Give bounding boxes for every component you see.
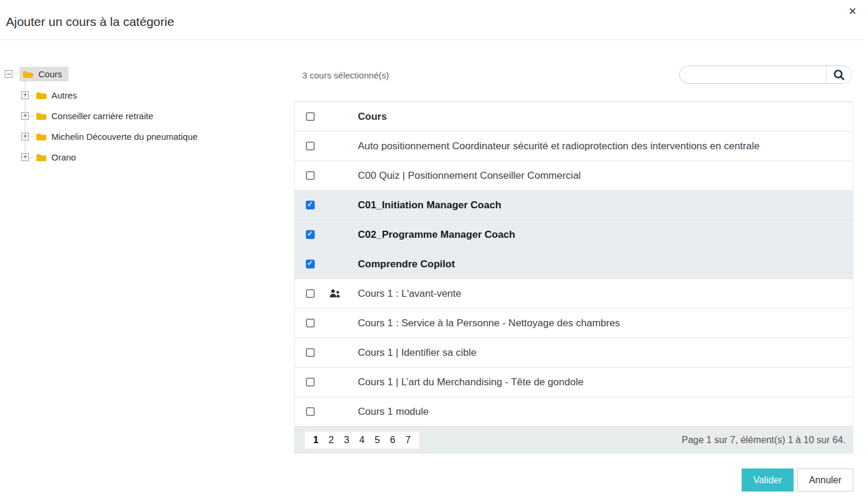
expand-icon[interactable]: +: [21, 91, 29, 99]
folder-icon: [36, 112, 47, 120]
folder-icon: [36, 153, 47, 162]
row-checkbox[interactable]: [306, 201, 315, 209]
tree-item[interactable]: + Michelin Découverte du pneumatique: [21, 126, 198, 147]
table-row[interactable]: C01_Initiation Manager Coach: [295, 191, 853, 220]
row-checkbox[interactable]: [306, 171, 315, 180]
close-icon[interactable]: ✕: [849, 5, 857, 18]
users-icon: [329, 289, 342, 299]
table-row[interactable]: Auto positionnement Coordinateur sécurit…: [295, 132, 853, 161]
page-number[interactable]: 2: [324, 435, 339, 445]
folder-open-icon: [22, 70, 34, 79]
pagination-summary: Page 1 sur 7, élément(s) 1 à 10 sur 64.: [682, 435, 846, 445]
table-row[interactable]: C00 Quiz | Positionnement Conseiller Com…: [295, 161, 853, 191]
page-number[interactable]: 6: [385, 435, 400, 445]
tree-item[interactable]: + Orano: [21, 147, 198, 168]
row-checkbox[interactable]: [306, 230, 315, 239]
row-label: Cours 1 | L’art du Merchandising - Tête …: [358, 376, 853, 388]
row-label: C02_Programme Manager Coach: [358, 229, 853, 241]
tree-item-label: Conseiller carrière retraite: [51, 111, 154, 121]
course-table: Cours Auto positionnement Coordinateur s…: [294, 101, 853, 454]
tree-children: + Autres + Conseiller carrière retraite …: [21, 85, 198, 168]
row-checkbox[interactable]: [306, 319, 315, 327]
row-label: C01_Initiation Manager Coach: [358, 199, 853, 211]
search-button[interactable]: [827, 66, 851, 83]
tree-item[interactable]: + Autres: [21, 85, 198, 106]
add-course-modal: Ajouter un cours à la catégorie ✕ − Cour…: [0, 0, 868, 498]
validate-button[interactable]: Valider: [742, 468, 794, 492]
tree-item-label: Michelin Découverte du pneumatique: [51, 132, 198, 142]
row-checkbox[interactable]: [306, 260, 315, 268]
tree-connector: [30, 95, 34, 96]
collapse-icon[interactable]: −: [5, 70, 12, 78]
page-number[interactable]: 3: [339, 435, 354, 445]
tree-item[interactable]: + Conseiller carrière retraite: [21, 106, 198, 126]
table-row[interactable]: Comprendre Copilot: [295, 250, 853, 279]
table-row[interactable]: Cours 1 module: [295, 397, 853, 427]
tree-connector: [14, 74, 18, 74]
tree-item-label: Orano: [51, 152, 76, 162]
expand-icon[interactable]: +: [21, 153, 29, 161]
select-all-checkbox[interactable]: [306, 112, 315, 121]
row-label: Cours 1 module: [358, 406, 853, 418]
tree-connector: [30, 157, 34, 158]
category-tree: − Cours + Autres + Conseiller carrière r…: [5, 65, 198, 168]
table-header-label: Cours: [358, 111, 853, 123]
row-label: Auto positionnement Coordinateur sécurit…: [358, 140, 853, 152]
divider: [0, 40, 864, 40]
tree-item-label: Cours: [38, 69, 62, 79]
page-number[interactable]: 1: [308, 435, 324, 445]
tree-connector: [30, 116, 34, 116]
tree-root-cours[interactable]: − Cours: [5, 65, 198, 83]
expand-icon[interactable]: +: [21, 112, 29, 120]
row-label: Cours 1 : Service à la Personne - Nettoy…: [358, 317, 853, 329]
row-label: Comprendre Copilot: [358, 258, 853, 270]
table-row[interactable]: Cours 1 : L'avant-vente: [295, 279, 853, 309]
page-number[interactable]: 4: [354, 435, 370, 445]
row-checkbox[interactable]: [306, 289, 315, 298]
selection-summary: 3 cours sélectionné(s): [302, 70, 389, 80]
tree-root-label-box[interactable]: Cours: [19, 67, 68, 81]
action-buttons: Valider Annuler: [742, 468, 853, 492]
page-number[interactable]: 7: [400, 435, 416, 445]
tree-item-label: Autres: [51, 90, 77, 100]
table-row[interactable]: Cours 1 | Identifier sa cible: [295, 338, 853, 368]
modal-title: Ajouter un cours à la catégorie: [6, 15, 174, 29]
row-checkbox[interactable]: [306, 378, 315, 386]
page-number[interactable]: 5: [370, 435, 385, 445]
pagination: 1234567: [305, 432, 419, 448]
row-label: Cours 1 | Identifier sa cible: [358, 347, 853, 359]
table-body: Auto positionnement Coordinateur sécurit…: [295, 132, 853, 427]
row-checkbox[interactable]: [306, 142, 315, 150]
table-row[interactable]: Cours 1 : Service à la Personne - Nettoy…: [295, 309, 853, 338]
search-input[interactable]: [680, 66, 827, 83]
folder-icon: [36, 91, 47, 100]
cancel-button[interactable]: Annuler: [797, 468, 853, 492]
search-box: [679, 65, 852, 84]
table-header-row: Cours: [295, 102, 853, 132]
tree-connector: [30, 136, 34, 137]
table-row[interactable]: Cours 1 | L’art du Merchandising - Tête …: [295, 368, 853, 397]
row-checkbox[interactable]: [306, 407, 315, 416]
search-icon: [833, 68, 846, 81]
row-label: C00 Quiz | Positionnement Conseiller Com…: [358, 170, 853, 182]
row-checkbox[interactable]: [306, 348, 315, 357]
row-label: Cours 1 : L'avant-vente: [358, 288, 853, 300]
expand-icon[interactable]: +: [21, 133, 29, 140]
table-row[interactable]: C02_Programme Manager Coach: [295, 220, 853, 250]
table-footer: 1234567 Page 1 sur 7, élément(s) 1 à 10 …: [295, 427, 853, 454]
folder-icon: [36, 133, 47, 141]
